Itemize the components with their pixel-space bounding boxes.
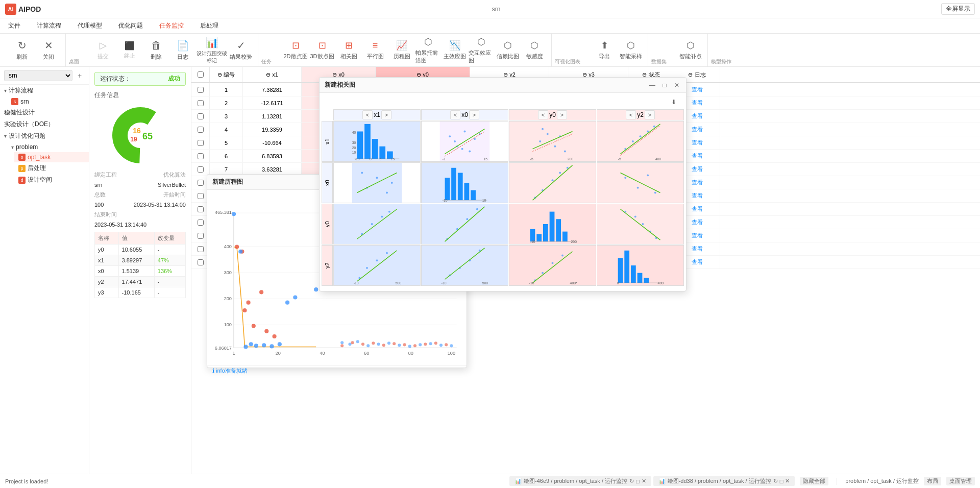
- corr-x1-nav-left[interactable]: <: [362, 110, 373, 119]
- correlation-close-btn[interactable]: ✕: [673, 81, 681, 89]
- menu-item-file[interactable]: 文件: [5, 19, 23, 32]
- svg-point-39: [542, 128, 544, 130]
- svg-point-26: [474, 138, 476, 140]
- sidebar-item-srn[interactable]: s srn: [7, 96, 89, 107]
- interaction-button[interactable]: ⬡ 交互效应图: [469, 36, 494, 64]
- statusbar-tab-1-close-icon[interactable]: ✕: [642, 478, 646, 484]
- correlation-button[interactable]: ⊞ 相关图: [336, 36, 361, 64]
- design-range-button[interactable]: 📊 设计范围突破标记: [197, 36, 227, 64]
- statusbar-tab-2-label: 绘图-dd38 / problem / opt_task / 运行监控: [668, 477, 771, 485]
- corr-y2-nav-right[interactable]: >: [645, 110, 655, 119]
- corr-x0-nav-right[interactable]: >: [469, 110, 479, 119]
- sidebar-item-robust[interactable]: 稳健性设计: [0, 107, 89, 118]
- svg-text:-10: -10: [355, 157, 360, 161]
- statusbar-tab-2-refresh-icon[interactable]: ↻: [773, 478, 778, 484]
- svg-text:465.381: 465.381: [215, 210, 232, 215]
- corr-y0-nav-right[interactable]: >: [557, 110, 567, 119]
- row-checkbox[interactable]: [198, 127, 204, 133]
- correlation-download-btn[interactable]: ⬇: [668, 96, 680, 108]
- row-checkbox[interactable]: [198, 87, 204, 93]
- close-icon: ✕: [44, 39, 53, 52]
- correlation-minimize-btn[interactable]: —: [648, 81, 656, 89]
- pareto-button[interactable]: ⬡ 帕累托前沿图: [415, 36, 441, 64]
- add-project-button[interactable]: +: [75, 70, 85, 81]
- menu-item-postprocess[interactable]: 后处理: [197, 19, 222, 32]
- svg-text:15: 15: [391, 157, 395, 161]
- sidebar-item-opt-task[interactable]: o opt_task: [14, 152, 89, 162]
- menu-item-workflow[interactable]: 计算流程: [34, 19, 64, 32]
- delete-button[interactable]: 🗑 删除: [143, 36, 169, 64]
- sidebar-label-doe: 实验设计（DOE）: [4, 120, 54, 129]
- sidebar-item-design-opt[interactable]: ▾ 设计优化问题: [0, 130, 89, 142]
- statusbar-tab-2-close-icon[interactable]: ✕: [785, 478, 790, 484]
- row-checkbox[interactable]: [198, 100, 204, 106]
- sidebar-item-problem[interactable]: ▾ problem: [7, 142, 89, 152]
- submit-button[interactable]: ▷ 提交: [90, 36, 116, 64]
- corr-x0-nav-left[interactable]: <: [450, 110, 460, 119]
- row-checkbox[interactable]: [198, 140, 204, 146]
- sidebar-item-workflow[interactable]: ▾ 计算流程: [0, 85, 89, 96]
- sidebar-item-doe[interactable]: 实验设计（DOE）: [0, 118, 89, 130]
- svg-point-80: [654, 192, 656, 194]
- svg-point-173: [243, 345, 248, 349]
- history-button[interactable]: 📈 历程图: [389, 36, 414, 64]
- statusbar-tab-1-refresh-icon[interactable]: ↻: [629, 478, 634, 484]
- export-button[interactable]: ⬆ 导出: [592, 36, 617, 64]
- row-checkbox[interactable]: [198, 193, 204, 199]
- menu-item-optimize[interactable]: 优化问题: [115, 19, 146, 32]
- corr-y0-nav-left[interactable]: <: [538, 110, 548, 119]
- row-checkbox[interactable]: [198, 246, 204, 252]
- main-effect-button[interactable]: 📉 主效应图: [442, 36, 468, 64]
- 3d-scatter-button[interactable]: ⊡ 3D散点图: [309, 36, 335, 64]
- svg-point-181: [314, 287, 318, 291]
- row-checkbox[interactable]: [198, 180, 204, 186]
- svg-point-178: [278, 342, 282, 346]
- row-checkbox[interactable]: [198, 113, 204, 119]
- sidebar-item-postprocess[interactable]: p 后处理: [14, 162, 89, 174]
- sensitivity-button[interactable]: ⬡ 敏感度: [522, 36, 547, 64]
- statusbar-tab-1-expand-icon[interactable]: □: [636, 478, 640, 484]
- refresh-button[interactable]: ↻ 刷新: [9, 36, 35, 64]
- row-checkbox[interactable]: [198, 233, 204, 239]
- select-all-checkbox[interactable]: [198, 71, 204, 78]
- status-label: 运行状态：: [100, 75, 131, 83]
- task-group-label: 任务: [261, 58, 272, 66]
- correlation-maximize-btn[interactable]: □: [660, 81, 669, 89]
- statusbar-tab-2-expand-icon[interactable]: □: [780, 478, 783, 484]
- row-checkbox[interactable]: [198, 219, 204, 226]
- desktop-manager-btn[interactable]: 桌面管理: [946, 477, 975, 485]
- pareto-icon: ⬡: [424, 36, 432, 47]
- statusbar-hide-all-btn[interactable]: 隐藏全部: [800, 477, 828, 485]
- fullscreen-button[interactable]: 全屏显示: [941, 3, 975, 15]
- terminate-icon: ⬛: [125, 41, 135, 51]
- smart-sample-button[interactable]: ⬡ 智能采样: [618, 36, 644, 64]
- history-info-text: ℹ info准备就绪: [212, 368, 248, 374]
- project-select[interactable]: srn: [4, 70, 72, 81]
- svg-text:6.06017: 6.06017: [215, 346, 232, 351]
- 2d-scatter-button[interactable]: ⊡ 2D散点图: [283, 36, 308, 64]
- col-header-change: 改变量: [154, 232, 185, 245]
- smart-supplement-button[interactable]: ⬡ 智能补点: [678, 36, 703, 64]
- sidebar-item-design-space[interactable]: d 设计空间: [14, 174, 89, 186]
- svg-rect-97: [550, 212, 555, 242]
- svg-point-112: [366, 267, 368, 269]
- log-button[interactable]: 📄 日志: [170, 36, 195, 64]
- row-checkbox[interactable]: [198, 206, 204, 212]
- corr-y2-nav-left[interactable]: <: [626, 110, 636, 119]
- corr-x1-nav-right[interactable]: >: [381, 110, 391, 119]
- menu-item-monitor[interactable]: 任务监控: [156, 19, 187, 32]
- close-button[interactable]: ✕ 关闭: [36, 36, 61, 64]
- terminate-button[interactable]: ⬛ 终止: [117, 36, 142, 64]
- parallel-button[interactable]: ≡ 平行图: [362, 36, 388, 64]
- end-time-label: 结束时间: [94, 211, 117, 218]
- confidence-button[interactable]: ⬡ 信赖比图: [495, 36, 521, 64]
- parallel-icon: ≡: [373, 40, 378, 51]
- row-checkbox[interactable]: [198, 153, 204, 159]
- result-check-button[interactable]: ✓ 结果校验: [228, 36, 254, 64]
- row-checkbox[interactable]: [198, 166, 204, 173]
- menu-item-proxy[interactable]: 代理模型: [75, 19, 105, 32]
- statusbar-layout-btn[interactable]: 布局: [924, 477, 941, 485]
- svg-point-114: [386, 252, 388, 254]
- charts-group-label: 可视化图表: [555, 58, 580, 66]
- row-checkbox[interactable]: [198, 259, 204, 265]
